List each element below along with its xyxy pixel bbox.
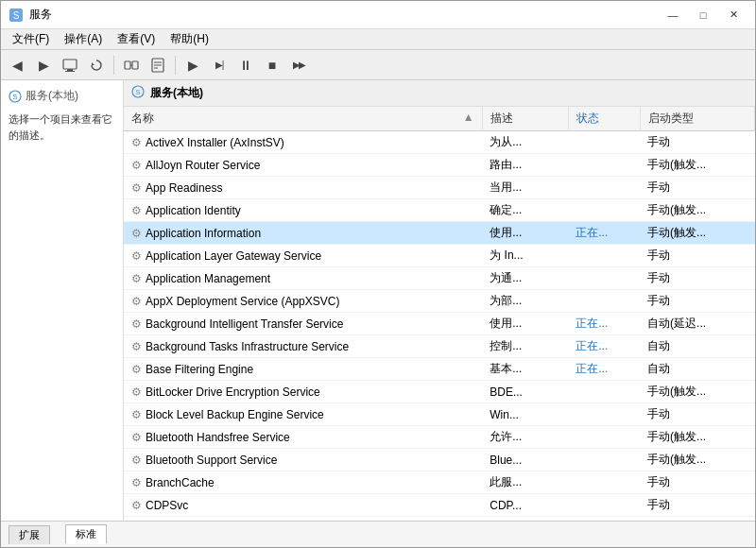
main-window: S 服务 — □ ✕ 文件(F) 操作(A) 查看(V) 帮助(H) ◀ ▶ bbox=[0, 0, 756, 548]
table-row[interactable]: ⚙Application Information使用...正在...手动(触发.… bbox=[124, 222, 755, 245]
svg-rect-3 bbox=[67, 69, 73, 71]
service-name-cell: ⚙Bluetooth Handsfree Service bbox=[124, 426, 482, 449]
svg-text:S: S bbox=[135, 88, 140, 96]
table-row[interactable]: ⚙App Readiness当用...手动 bbox=[124, 177, 755, 199]
table-row[interactable]: ⚙ActiveX Installer (AxInstSV)为从...手动 bbox=[124, 131, 755, 154]
service-startup-cell: 手动 bbox=[640, 494, 754, 517]
table-row[interactable]: ⚙Application Management为通...手动 bbox=[124, 267, 755, 290]
table-row[interactable]: ⚙Bluetooth Support ServiceBlue...手动(触发..… bbox=[124, 449, 755, 471]
table-row[interactable]: ⚙CDPSvcCDP...手动 bbox=[124, 494, 755, 517]
restart-button[interactable]: ▶▶ bbox=[286, 54, 311, 77]
service-desc-cell: 为从... bbox=[482, 131, 568, 154]
back-button[interactable]: ◀ bbox=[5, 54, 29, 77]
table-row[interactable]: ⚙Background Tasks Infrastructure Service… bbox=[124, 335, 755, 358]
gear-icon: ⚙ bbox=[131, 227, 142, 240]
forward-button[interactable]: ▶ bbox=[31, 54, 56, 77]
service-desc-cell: BDE... bbox=[482, 381, 568, 403]
service-status-cell bbox=[568, 199, 640, 222]
service-desc-cell: 允许... bbox=[482, 426, 568, 449]
service-name-cell: ⚙BranchCache bbox=[124, 471, 482, 494]
service-status-cell bbox=[568, 154, 640, 177]
table-row[interactable]: ⚙Application Identity确定...手动(触发... bbox=[124, 199, 755, 222]
service-status-cell bbox=[568, 177, 640, 199]
table-row[interactable]: ⚙Background Intelligent Transfer Service… bbox=[124, 313, 755, 335]
table-header-row: 名称 ▲ 描述 状态 启动类型 bbox=[124, 107, 755, 131]
service-desc-cell: 为 In... bbox=[482, 245, 568, 267]
gear-icon: ⚙ bbox=[131, 363, 142, 376]
service-desc-cell: 使用... bbox=[482, 222, 568, 245]
service-desc-cell: 路由... bbox=[482, 154, 568, 177]
menu-help[interactable]: 帮助(H) bbox=[163, 29, 216, 49]
service-name-cell: ⚙Application Management bbox=[124, 267, 482, 290]
tab-extend[interactable]: 扩展 bbox=[9, 525, 50, 544]
minimize-button[interactable]: — bbox=[659, 6, 687, 25]
table-row[interactable]: ⚙AppX Deployment Service (AppXSVC)为部...手… bbox=[124, 290, 755, 313]
table-row[interactable]: ⚙Bluetooth Handsfree Service允许...手动(触发..… bbox=[124, 426, 755, 449]
service-desc-cell: 使用... bbox=[482, 313, 568, 335]
service-name-cell: ⚙CDPSvc bbox=[124, 494, 482, 517]
svg-marker-5 bbox=[92, 62, 94, 65]
menu-file[interactable]: 文件(F) bbox=[5, 29, 57, 49]
service-status-cell: 正在... bbox=[568, 335, 640, 358]
service-name-cell: ⚙Base Filtering Engine bbox=[124, 358, 482, 381]
gear-icon: ⚙ bbox=[131, 181, 142, 195]
tab-standard[interactable]: 标准 bbox=[65, 524, 107, 544]
window-title: 服务 bbox=[29, 7, 659, 23]
gear-icon: ⚙ bbox=[131, 499, 142, 512]
toolbar: ◀ ▶ ▶ ▶| ⏸ ■ ▶▶ bbox=[1, 50, 755, 80]
stop-button[interactable]: ■ bbox=[260, 54, 284, 77]
service-startup-cell: 手动 bbox=[640, 267, 754, 290]
computer-button[interactable] bbox=[58, 54, 82, 77]
service-name-cell: ⚙Application Identity bbox=[124, 199, 482, 222]
gear-icon: ⚙ bbox=[131, 385, 142, 399]
table-row[interactable]: ⚙Base Filtering Engine基本...正在...自动 bbox=[124, 358, 755, 381]
table-row[interactable]: ⚙AllJoyn Router Service路由...手动(触发... bbox=[124, 154, 755, 177]
col-header-startup[interactable]: 启动类型 bbox=[640, 107, 754, 131]
right-panel: S 服务(本地) 名称 ▲ 描述 状态 bbox=[124, 80, 755, 521]
service-name-cell: ⚙Block Level Backup Engine Service bbox=[124, 403, 482, 426]
menu-bar: 文件(F) 操作(A) 查看(V) 帮助(H) bbox=[1, 29, 755, 50]
pause-button[interactable]: ⏸ bbox=[233, 54, 258, 77]
services-table-container[interactable]: 名称 ▲ 描述 状态 启动类型 ⚙ActiveX Installer (AxIn… bbox=[124, 107, 755, 521]
menu-view[interactable]: 查看(V) bbox=[110, 29, 163, 49]
col-header-name[interactable]: 名称 ▲ bbox=[124, 107, 482, 131]
maximize-button[interactable]: □ bbox=[689, 6, 717, 25]
service-startup-cell: 手动(触发... bbox=[640, 426, 754, 449]
properties-button[interactable] bbox=[146, 54, 170, 77]
service-status-cell bbox=[568, 494, 640, 517]
table-row[interactable]: ⚙Block Level Backup Engine ServiceWin...… bbox=[124, 403, 755, 426]
gear-icon: ⚙ bbox=[131, 340, 142, 353]
start-button[interactable]: ▶ bbox=[180, 54, 205, 77]
table-row[interactable]: ⚙BitLocker Drive Encryption ServiceBDE..… bbox=[124, 381, 755, 403]
menu-action[interactable]: 操作(A) bbox=[57, 29, 110, 49]
service-startup-cell: 手动(触发... bbox=[640, 381, 754, 403]
svg-rect-4 bbox=[65, 71, 75, 72]
title-bar: S 服务 — □ ✕ bbox=[1, 1, 755, 29]
table-row[interactable]: ⚙BranchCache此服...手动 bbox=[124, 471, 755, 494]
app-icon: S bbox=[9, 8, 24, 23]
refresh-button[interactable] bbox=[84, 54, 109, 77]
toolbar-separator-2 bbox=[175, 56, 176, 75]
gear-icon: ⚙ bbox=[131, 408, 142, 421]
right-header-icon: S bbox=[131, 85, 145, 101]
service-name-cell: ⚙Background Intelligent Transfer Service bbox=[124, 313, 482, 335]
col-header-desc[interactable]: 描述 bbox=[482, 107, 568, 131]
connect-button[interactable] bbox=[119, 54, 144, 77]
table-row[interactable]: ⚙Application Layer Gateway Service为 In..… bbox=[124, 245, 755, 267]
service-desc-cell: 基本... bbox=[482, 358, 568, 381]
svg-rect-6 bbox=[125, 61, 130, 69]
service-desc-cell: Blue... bbox=[482, 449, 568, 471]
gear-icon: ⚙ bbox=[131, 476, 142, 489]
gear-icon: ⚙ bbox=[131, 249, 142, 263]
service-desc-cell: 确定... bbox=[482, 199, 568, 222]
service-status-cell bbox=[568, 381, 640, 403]
service-startup-cell: 手动(触发... bbox=[640, 222, 754, 245]
gear-icon: ⚙ bbox=[131, 136, 142, 149]
service-name-cell: ⚙BitLocker Drive Encryption Service bbox=[124, 381, 482, 403]
toolbar-separator-1 bbox=[113, 56, 114, 75]
service-desc-cell: 当用... bbox=[482, 177, 568, 199]
step-button[interactable]: ▶| bbox=[207, 54, 232, 77]
close-button[interactable]: ✕ bbox=[719, 6, 747, 25]
services-table: 名称 ▲ 描述 状态 启动类型 ⚙ActiveX Installer (AxIn… bbox=[124, 107, 755, 521]
col-header-status[interactable]: 状态 bbox=[568, 107, 640, 131]
